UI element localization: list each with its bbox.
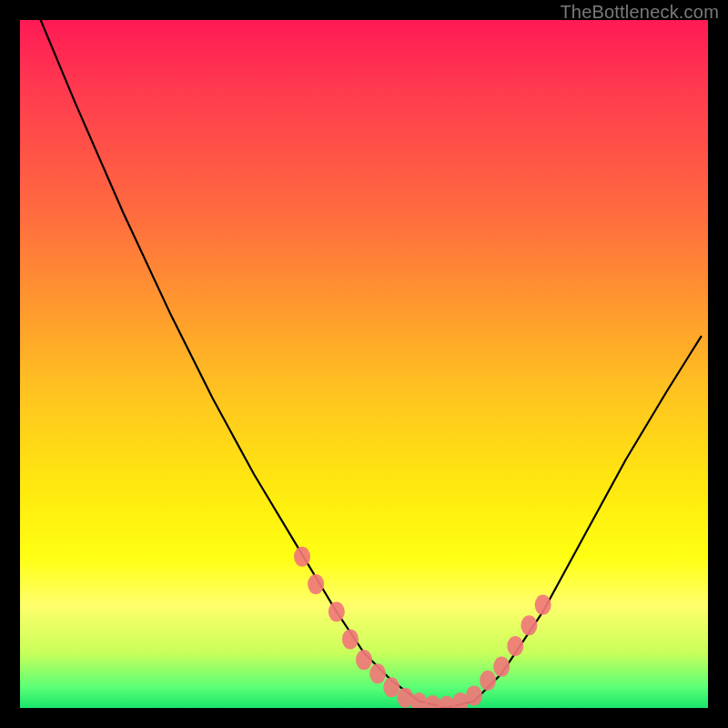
svg-point-6 [383,677,399,697]
svg-point-1 [308,574,324,594]
curve-line [41,20,702,708]
svg-point-17 [535,595,551,615]
svg-point-15 [507,636,523,656]
watermark-text: TheBottleneck.com [560,2,719,23]
plot-area [20,20,708,708]
svg-point-4 [356,650,372,670]
chart-stage: TheBottleneck.com [0,0,728,728]
svg-point-12 [466,685,482,705]
svg-point-3 [342,629,359,649]
svg-point-2 [329,602,345,622]
svg-point-7 [397,688,413,708]
svg-point-13 [480,671,496,691]
chart-svg [20,20,708,708]
svg-point-5 [369,663,386,683]
svg-point-14 [493,657,510,677]
svg-point-16 [521,615,537,635]
curve-dots [294,547,551,708]
svg-point-0 [294,547,310,567]
